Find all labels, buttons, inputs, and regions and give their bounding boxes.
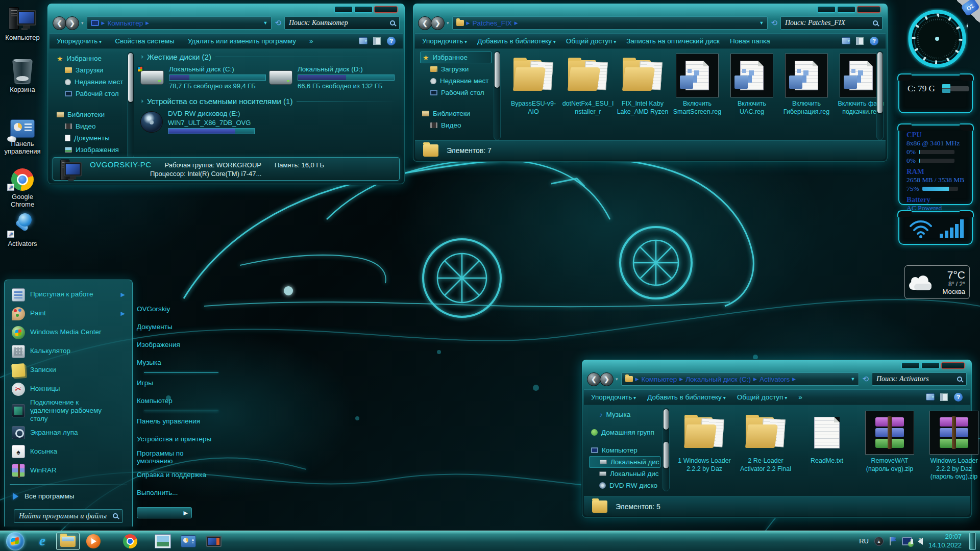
start-search-input[interactable]: Найти программы и файлы (14, 509, 123, 523)
file-item[interactable]: FIX_Intel Kaby Lake_AMD Ryzen (616, 54, 669, 116)
address-bar[interactable]: ▶ Компьютер ▶ ▼ (87, 16, 272, 30)
action-center-icon[interactable] (889, 537, 896, 546)
back-button[interactable]: ❮ (587, 372, 601, 386)
sidebar-item-desktop[interactable]: Рабочий стол (420, 87, 492, 98)
menu-item-control-panel[interactable]: Панель управления (137, 412, 218, 430)
address-bar[interactable]: ▶ Компьютер ▶ Локальный диск (C:) ▶ Acti… (621, 372, 860, 386)
organize-menu[interactable]: Упорядочить (422, 37, 467, 45)
new-folder-button[interactable]: Новая папка (730, 37, 770, 45)
menu-item-calculator[interactable]: Калькулятор (9, 342, 128, 361)
sidebar-item-dvd[interactable]: DVD RW диско (589, 480, 660, 491)
sidebar-item-libraries[interactable]: Библиотеки (55, 109, 125, 120)
breadcrumb[interactable]: Компьютер (107, 19, 143, 27)
tray-clock[interactable]: 20:07 14.10.2022 (928, 533, 962, 550)
refresh-icon[interactable]: ⟲ (771, 18, 777, 28)
preview-pane-icon[interactable] (856, 37, 864, 45)
menu-item-run[interactable]: Выполнить... (137, 484, 218, 502)
file-item[interactable]: Windows Loader 2.2.2 by Daz (пароль ovg)… (924, 411, 980, 481)
back-button[interactable]: ❮ (418, 16, 432, 30)
forward-button[interactable]: ❯ (600, 372, 614, 386)
menu-item-pictures[interactable]: Изображения (137, 336, 218, 354)
menu-item-computer[interactable]: Компьютер (137, 392, 218, 410)
breadcrumb[interactable]: Patches_FIX (472, 19, 511, 27)
search-input[interactable]: Поиск: Activators (872, 372, 967, 386)
address-dropdown-icon[interactable]: ▼ (760, 20, 764, 26)
help-icon[interactable]: ? (387, 37, 396, 45)
minimize-button[interactable] (334, 6, 353, 13)
language-indicator[interactable]: RU (859, 537, 869, 545)
add-to-library-menu[interactable]: Добавить в библиотеку (477, 37, 556, 45)
sidebar-item-local-disk-d[interactable]: Локальный дис (589, 468, 660, 480)
nav-history-dropdown[interactable]: ▾ (81, 20, 84, 26)
shutdown-button[interactable]: ▶ (137, 507, 192, 518)
address-dropdown-icon[interactable]: ▼ (263, 20, 268, 26)
taskbar-chrome[interactable] (118, 533, 142, 550)
back-button[interactable]: ❮ (53, 16, 66, 30)
maximize-button[interactable] (354, 6, 373, 13)
menu-item-solitaire[interactable]: Косынка (9, 442, 128, 461)
uninstall-program-button[interactable]: Удалить или изменить программу (188, 37, 296, 45)
sidebar-item-recent[interactable]: Недавние мест (55, 76, 125, 88)
more-commands[interactable]: » (798, 393, 802, 401)
sidebar-item-homegroup[interactable]: Домашняя групп (589, 427, 660, 438)
menu-item-getting-started[interactable]: Приступая к работе▶ (9, 285, 128, 304)
taskbar-photo-viewer[interactable] (151, 533, 175, 550)
forward-button[interactable]: ❯ (65, 16, 79, 30)
menu-item-magnifier[interactable]: Экранная лупа (9, 423, 128, 442)
file-item[interactable]: BypassESU-v9-AIO (507, 54, 560, 116)
sidebar-item-video[interactable]: Видео (420, 119, 492, 131)
content-scrollbar[interactable] (876, 51, 884, 140)
breadcrumb-disk-c[interactable]: Локальный диск (C:) (685, 375, 751, 383)
sidebar-item-video[interactable]: Видео (55, 120, 125, 132)
menu-item-documents[interactable]: Документы (137, 318, 218, 336)
sidebar-item-music[interactable]: ♪Музыка (589, 409, 660, 420)
menu-item-games[interactable]: Игры (137, 374, 218, 392)
maximize-button[interactable] (837, 6, 855, 13)
menu-item-default-programs[interactable]: Программы по умолчанию (137, 448, 218, 466)
system-properties-button[interactable]: Свойства системы (115, 37, 175, 45)
desktop-icon-computer[interactable]: Компьютер (0, 5, 45, 41)
show-desktop-button[interactable] (969, 533, 976, 550)
all-programs-button[interactable]: Все программы (9, 489, 128, 504)
drive-meter-gadget[interactable]: C: 79 G (898, 74, 973, 113)
close-button[interactable] (374, 6, 398, 13)
sidebar-scrollbar[interactable] (127, 52, 134, 159)
nav-history-dropdown[interactable]: ▾ (616, 377, 618, 382)
menu-item-winrar[interactable]: WinRAR (9, 461, 128, 480)
file-item[interactable]: RemoveWAT (пароль ovg).zip (860, 411, 920, 473)
menu-item-devices-printers[interactable]: Устройства и принтеры (137, 430, 218, 448)
organize-menu[interactable]: Упорядочить (591, 393, 636, 401)
menu-item-music[interactable]: Музыка (137, 354, 218, 371)
preview-pane-icon[interactable] (940, 393, 948, 401)
volume-icon[interactable] (918, 538, 923, 545)
menu-item-snipping-tool[interactable]: Ножницы (9, 380, 128, 398)
sidebar-item-downloads[interactable]: Загрузки (55, 64, 125, 76)
sidebar-item-local-disk-c[interactable]: Локальный дис (589, 456, 660, 468)
refresh-icon[interactable]: ⟲ (862, 374, 869, 384)
menu-item-user[interactable]: OVGorskiy (137, 300, 218, 318)
start-button[interactable] (6, 532, 24, 550)
refresh-icon[interactable]: ⟲ (275, 18, 281, 28)
file-item[interactable]: Включить UAC.reg (725, 54, 778, 116)
collapse-icon[interactable] (140, 55, 143, 59)
hidden-icons-button[interactable]: ▲ (874, 537, 884, 546)
nav-history-dropdown[interactable]: ▾ (447, 20, 449, 26)
sidebar-item-favorites[interactable]: ★Избранное (420, 52, 492, 63)
breadcrumb-folder[interactable]: Activators (760, 375, 790, 383)
sidebar-item-computer[interactable]: Компьютер (589, 444, 660, 456)
drive-d-item[interactable]: Локальный диск (D:) 66,6 ГБ свободно из … (269, 65, 398, 90)
more-commands[interactable]: » (309, 37, 313, 45)
share-menu[interactable]: Общий доступ (566, 37, 617, 45)
menu-item-sticky-notes[interactable]: Записки (9, 361, 128, 380)
share-menu[interactable]: Общий доступ (737, 393, 788, 401)
organize-menu[interactable]: Упорядочить (57, 37, 102, 45)
sidebar-item-desktop[interactable]: Рабочий стол (55, 88, 125, 99)
sidebar-item-recent[interactable]: Недавние мест (420, 75, 492, 87)
desktop-icon-activators[interactable]: ↗ Activators (0, 211, 45, 247)
search-input[interactable]: Поиск: Patches_FIX (780, 16, 883, 30)
menu-item-paint[interactable]: Paint▶ (9, 304, 128, 323)
desktop-icon-control-panel[interactable]: Панель управления (0, 111, 45, 155)
file-item[interactable]: Включить Гибернация.reg (780, 54, 833, 116)
file-item[interactable]: ReadMe.txt (798, 411, 855, 465)
preview-pane-icon[interactable] (373, 37, 381, 45)
